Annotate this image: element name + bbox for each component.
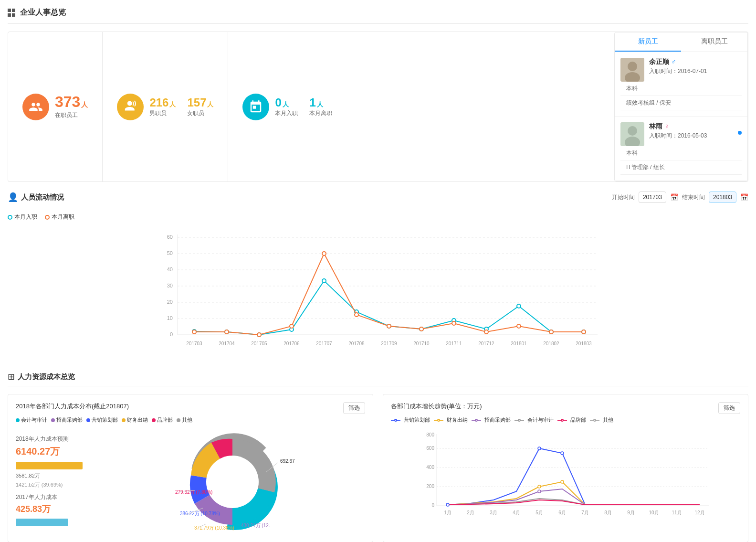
avatar-1 (620, 58, 644, 82)
svg-text:386.22万 (10.78%): 386.22万 (10.78%) (180, 511, 220, 516)
svg-text:430.21万 (12.: 430.21万 (12. (241, 523, 270, 528)
employee-card-1: 余正顺 ♂ 入职时间：2016-07-01 本科 绩效考核组 / 保安 (615, 52, 747, 117)
forecast-label: 2018年人力成本预测 (16, 435, 92, 443)
svg-point-54 (420, 327, 423, 331)
end-calendar-icon[interactable]: 📅 (740, 193, 748, 201)
female-stat: 157 人 女职员 (187, 96, 213, 117)
bar-2018-container (16, 462, 92, 469)
svg-point-1 (628, 62, 637, 71)
svg-point-49 (257, 333, 261, 337)
emp-name-2: 林雨 ♀ (649, 122, 742, 131)
employee-unit: 人 (81, 101, 88, 109)
join-stat: 0 人 本月入职 (275, 96, 298, 117)
leave-count: 1 (309, 96, 315, 109)
monthly-icon-circle (242, 94, 269, 120)
legend-join-dot (8, 215, 12, 220)
flow-chart-svg: 0 10 20 30 40 50 60 201703 201704 201705… (8, 225, 748, 359)
svg-text:201710: 201710 (413, 341, 430, 346)
svg-point-50 (290, 324, 294, 328)
bar-2018 (16, 462, 83, 469)
female-count: 157 (187, 96, 206, 109)
legend-caiwu: 财务出纳 (122, 416, 148, 424)
svg-point-97 (538, 490, 541, 493)
employee-card-inner-1: 余正顺 ♂ 入职时间：2016-07-01 (620, 58, 742, 82)
trend-chart-svg: 0 200 400 600 800 1月 2月 3月 4月 5月 6月 7月 8… (391, 429, 740, 525)
donut-area: 692.67万 (19.34%) 430.21万 (12. 386.22万 (1… (100, 429, 365, 534)
svg-text:400: 400 (426, 465, 434, 470)
employee-card-inner-2: 林雨 ♀ 入职时间：2016-05-03 (620, 122, 742, 146)
female-label: 女职员 (187, 109, 213, 117)
r-legend-zhaoshang: 招商采购部 (472, 416, 511, 424)
svg-text:5月: 5月 (536, 510, 543, 515)
left-chart-title: 2018年各部门人力成本分布(截止201807) (16, 402, 365, 411)
hr-cost-charts: 筛选 2018年各部门人力成本分布(截止201807) 会计与审计 招商采购部 (8, 394, 748, 542)
legend-leave-dot (45, 215, 50, 220)
legend-yingxiao: 营销策划部 (86, 416, 118, 424)
svg-point-51 (322, 252, 326, 255)
svg-text:201703: 201703 (186, 341, 202, 346)
svg-point-55 (452, 321, 456, 325)
actual-label: 2017年人力成本 (16, 493, 92, 501)
leave-stat: 1 人 本月离职 (309, 96, 332, 117)
leave-label: 本月离职 (309, 109, 332, 117)
r-legend-yingxiao-label: 营销策划部 (404, 416, 430, 424)
hr-cost-right: 筛选 各部门成本增长趋势(单位：万元) 营销策划部 (383, 394, 748, 542)
start-input[interactable]: 201703 (639, 191, 666, 203)
svg-point-60 (206, 456, 259, 508)
svg-text:8月: 8月 (604, 510, 612, 515)
employee-label: 在职员工 (55, 111, 88, 119)
page-title: 企业人事总览 (20, 8, 66, 18)
svg-text:201709: 201709 (381, 341, 397, 346)
svg-text:3月: 3月 (490, 510, 497, 515)
online-indicator-2 (738, 131, 742, 135)
start-calendar-icon[interactable]: 📅 (670, 193, 678, 201)
emp-info-1: 余正顺 ♂ 入职时间：2016-07-01 (649, 58, 742, 75)
left-legend: 会计与审计 招商采购部 营销策划部 财务出纳 (16, 416, 365, 424)
svg-text:60: 60 (167, 234, 173, 240)
tab-leave-employee[interactable]: 离职员工 (681, 32, 747, 52)
svg-text:7月: 7月 (581, 510, 589, 515)
emp-name-text-1: 余正顺 (649, 58, 669, 65)
legend-pinpai-label: 品牌部 (157, 416, 173, 424)
r-legend-other-label: 其他 (603, 416, 613, 424)
legend-leave: 本月离职 (45, 213, 74, 221)
join-count: 0 (275, 96, 281, 109)
left-stats: 2018年人力成本预测 6140.27万 3581.82万 1421.b2万 (… (16, 435, 92, 529)
tab-new-employee[interactable]: 新员工 (615, 32, 681, 52)
emp-gender-1: ♂ (671, 58, 676, 65)
svg-text:40: 40 (167, 266, 173, 272)
flow-header: 👤 人员流动情况 开始时间 201703 📅 结束时间 201803 📅 (8, 191, 748, 207)
left-filter-button[interactable]: 筛选 (343, 402, 365, 414)
r-legend-kuaiji-line (514, 420, 524, 421)
avatar-image-1 (620, 58, 644, 82)
legend-caiwu-label: 财务出纳 (127, 416, 148, 424)
bar-2018-note: 1421.b2万 (39.69%) (16, 481, 92, 489)
r-legend-caiwu-line (434, 420, 443, 421)
male-stat: 216 人 男职员 (149, 96, 176, 117)
svg-point-57 (517, 324, 521, 328)
legend-other: 其他 (177, 416, 192, 424)
svg-text:200: 200 (426, 484, 434, 489)
employee-text: 373 人 在职员工 (55, 94, 88, 119)
emp-join-1: 入职时间：2016-07-01 (649, 67, 742, 75)
calendar-icon (249, 100, 263, 114)
svg-text:2月: 2月 (467, 510, 474, 515)
r-legend-caiwu: 财务出纳 (434, 416, 468, 424)
svg-text:10: 10 (167, 315, 173, 321)
female-unit: 人 (207, 100, 213, 109)
employee-count: 373 (55, 94, 80, 109)
right-filter-button[interactable]: 筛选 (718, 402, 740, 414)
employee-panel: 新员工 离职员工 余正顺 ♂ (614, 32, 748, 181)
legend-kuaiji-dot (16, 418, 20, 422)
end-input[interactable]: 201803 (709, 191, 736, 203)
male-label: 男职员 (149, 109, 176, 117)
svg-point-38 (322, 279, 326, 283)
svg-text:201802: 201802 (543, 341, 559, 346)
male-count: 216 (149, 96, 168, 109)
legend-join: 本月入职 (8, 213, 37, 221)
join-label: 本月入职 (275, 109, 298, 117)
svg-text:279.32万 (7.80%): 279.32万 (7.80%) (175, 489, 212, 495)
hr-cost-section: ⊞ 人力资源成本总览 筛选 2018年各部门人力成本分布(截止201807) 会… (8, 372, 748, 542)
left-chart-area: 2018年人力成本预测 6140.27万 3581.82万 1421.b2万 (… (16, 429, 365, 534)
r-legend-caiwu-label: 财务出纳 (447, 416, 468, 424)
